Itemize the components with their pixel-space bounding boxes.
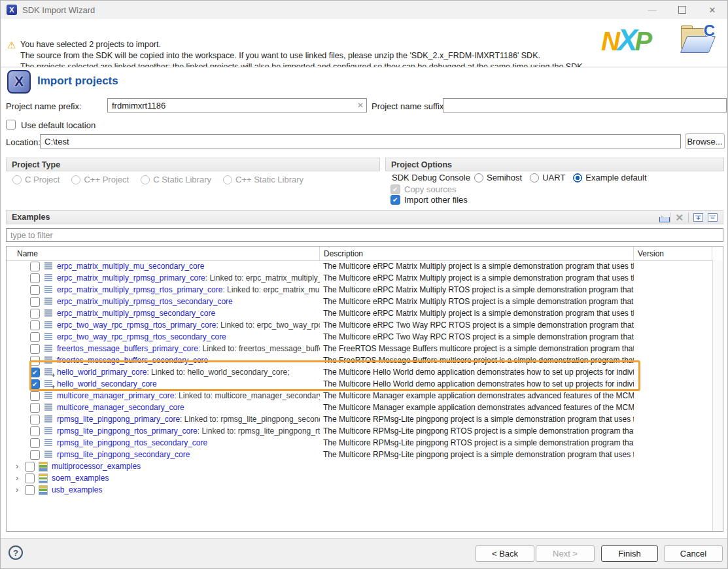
collapse-all-icon[interactable] — [708, 213, 718, 222]
help-icon[interactable]: ? — [9, 545, 23, 560]
row-checkbox[interactable] — [30, 379, 40, 389]
column-header-name[interactable]: Name — [7, 247, 320, 260]
table-row[interactable]: rpmsg_lite_pingpong_secondary_coreThe Mu… — [7, 449, 712, 460]
import-other-files-checkbox[interactable] — [390, 195, 400, 205]
project-name-link[interactable]: hello_world_primary_core — [57, 368, 147, 377]
project-name-link[interactable]: freertos_message_buffers_secondary_core — [57, 356, 208, 365]
project-name-prefix-input[interactable] — [107, 98, 367, 112]
back-button[interactable]: < Back — [476, 545, 534, 562]
project-name-link[interactable]: hello_world_secondary_core — [57, 379, 157, 388]
finish-button[interactable]: Finish — [601, 545, 658, 562]
project-name-link[interactable]: erpc_matrix_multiply_rpmsg_rtos_primary_… — [57, 285, 222, 294]
row-checkbox[interactable] — [30, 391, 40, 401]
project-name-link[interactable]: multicore_manager_secondary_core — [57, 403, 184, 412]
table-row[interactable]: rpmsg_lite_pingpong_rtos_secondary_coreT… — [7, 437, 712, 449]
project-name-link[interactable]: usb_examples — [52, 485, 102, 494]
radio-example-default[interactable]: Example default — [573, 173, 646, 182]
row-checkbox[interactable] — [30, 262, 40, 271]
row-checkbox[interactable] — [30, 273, 40, 283]
project-name-link[interactable]: erpc_two_way_rpc_rpmsg_rtos_primary_core — [57, 320, 216, 330]
copy-sources-checkbox[interactable] — [390, 184, 400, 194]
row-checkbox[interactable] — [30, 356, 40, 366]
linked-to-text: : Linked to: erpc_matrix_multiply_rpmsg_… — [205, 273, 320, 283]
project-name-link[interactable]: rpmsg_lite_pingpong_rtos_primary_core — [57, 426, 198, 436]
project-name-link[interactable]: freertos_message_buffers_primary_core — [57, 344, 198, 353]
column-header-description[interactable]: Description — [320, 247, 634, 260]
next-button[interactable]: Next > — [536, 545, 595, 562]
row-checkbox[interactable] — [30, 320, 40, 330]
row-checkbox[interactable] — [30, 285, 40, 295]
import-example-icon[interactable]: → — [653, 213, 665, 222]
clear-selection-icon[interactable]: ✕ — [675, 213, 684, 222]
radio-uart[interactable]: UART — [530, 173, 565, 182]
clear-prefix-icon[interactable]: ✕ — [357, 101, 364, 110]
browse-button[interactable]: Browse... — [685, 133, 725, 149]
row-checkbox[interactable] — [30, 297, 40, 307]
radio-semihost[interactable]: Semihost — [474, 173, 522, 182]
app-icon: X — [7, 5, 17, 15]
table-row[interactable]: multicore_manager_secondary_coreThe Mult… — [7, 402, 712, 413]
cancel-button[interactable]: Cancel — [664, 545, 723, 562]
expand-chevron-icon[interactable]: › — [16, 462, 25, 471]
table-row[interactable]: erpc_two_way_rpc_rpmsg_rtos_secondary_co… — [7, 331, 712, 343]
expand-all-icon[interactable] — [693, 213, 703, 222]
table-row[interactable]: freertos_message_buffers_secondary_coreT… — [7, 354, 712, 366]
row-checkbox[interactable] — [30, 426, 40, 436]
project-name-link[interactable]: rpmsg_lite_pingpong_primary_core — [57, 415, 180, 424]
table-row[interactable]: ›usb_examples — [7, 484, 712, 496]
table-row[interactable]: rpmsg_lite_pingpong_rtos_primary_core : … — [7, 425, 712, 437]
table-row[interactable]: hello_world_secondary_coreThe Multicore … — [7, 378, 712, 390]
row-checkbox[interactable] — [30, 403, 40, 413]
table-row[interactable]: multicore_manager_primary_core : Linked … — [7, 390, 712, 402]
radio-c-static-library[interactable]: C Static Library — [141, 175, 211, 184]
row-checkbox[interactable] — [25, 462, 35, 472]
project-name-suffix-input[interactable] — [443, 98, 727, 112]
table-row[interactable]: erpc_matrix_multiply_mu_secondary_coreTh… — [7, 260, 712, 272]
project-name-link[interactable]: soem_examples — [52, 474, 109, 483]
maximize-icon[interactable] — [667, 1, 697, 19]
table-row[interactable]: erpc_matrix_multiply_rpmsg_rtos_primary_… — [7, 284, 712, 296]
table-row[interactable]: ›soem_examples — [7, 472, 712, 484]
table-row[interactable]: rpmsg_lite_pingpong_primary_core : Linke… — [7, 413, 712, 425]
project-name-link[interactable]: erpc_matrix_multiply_mu_secondary_core — [57, 262, 204, 271]
project-name-link[interactable]: rpmsg_lite_pingpong_secondary_core — [57, 450, 190, 459]
radio-cpp-static-library[interactable]: C++ Static Library — [223, 175, 303, 184]
project-name-link[interactable]: erpc_matrix_multiply_rpmsg_secondary_cor… — [57, 309, 215, 318]
row-checkbox[interactable] — [25, 474, 35, 483]
window-title: SDK Import Wizard — [22, 5, 95, 15]
project-name-link[interactable]: rpmsg_lite_pingpong_rtos_secondary_core — [57, 438, 207, 447]
radio-c-project[interactable]: C Project — [12, 175, 60, 184]
project-name-link[interactable]: multiprocessor_examples — [52, 462, 141, 471]
project-name-link[interactable]: erpc_two_way_rpc_rpmsg_rtos_secondary_co… — [57, 332, 226, 341]
row-checkbox[interactable] — [30, 415, 40, 424]
project-options-header: Project Options — [385, 158, 724, 171]
linked-to-text: : Linked to: freertos_message_buffers_se… — [198, 344, 320, 353]
expand-chevron-icon[interactable]: › — [16, 485, 25, 494]
filter-input[interactable] — [6, 228, 723, 242]
location-input[interactable] — [40, 134, 681, 148]
table-row[interactable]: erpc_matrix_multiply_rpmsg_secondary_cor… — [7, 307, 712, 319]
row-checkbox[interactable] — [30, 344, 40, 354]
close-icon[interactable]: ✕ — [697, 1, 727, 19]
row-checkbox[interactable] — [30, 309, 40, 319]
radio-cpp-project[interactable]: C++ Project — [71, 175, 129, 184]
table-row[interactable]: ›multiprocessor_examples — [7, 460, 712, 472]
table-row[interactable]: erpc_matrix_multiply_rpmsg_primary_core … — [7, 272, 712, 284]
column-header-version[interactable]: Version — [634, 247, 712, 260]
vertical-scrollbar[interactable] — [712, 260, 723, 531]
use-default-location-checkbox[interactable] — [6, 120, 16, 129]
row-checkbox[interactable] — [30, 438, 40, 448]
row-checkbox[interactable] — [30, 368, 40, 377]
project-name-link[interactable]: erpc_matrix_multiply_rpmsg_rtos_secondar… — [57, 297, 233, 306]
table-row[interactable]: erpc_two_way_rpc_rpmsg_rtos_primary_core… — [7, 319, 712, 331]
project-name-link[interactable]: erpc_matrix_multiply_rpmsg_primary_core — [57, 273, 205, 283]
project-name-link[interactable]: multicore_manager_primary_core — [57, 391, 174, 400]
row-checkbox[interactable] — [30, 332, 40, 342]
minimize-icon[interactable]: — — [637, 1, 667, 19]
table-row[interactable]: freertos_message_buffers_primary_core : … — [7, 343, 712, 354]
row-checkbox[interactable] — [25, 485, 35, 495]
expand-chevron-icon[interactable]: › — [16, 474, 25, 483]
table-row[interactable]: hello_world_primary_core : Linked to: he… — [7, 366, 712, 378]
table-row[interactable]: erpc_matrix_multiply_rpmsg_rtos_secondar… — [7, 296, 712, 307]
row-checkbox[interactable] — [30, 450, 40, 460]
